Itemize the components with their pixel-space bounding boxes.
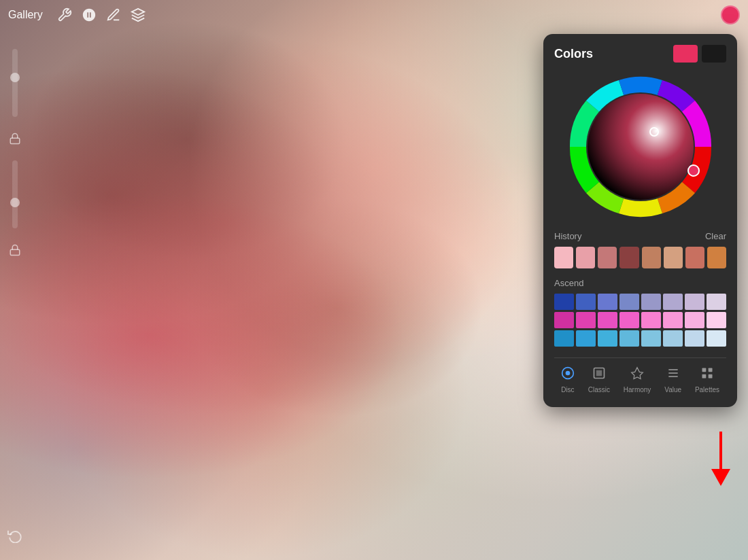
red-arrow-annotation (707, 432, 734, 492)
classic-tab-icon (592, 366, 606, 383)
history-swatch-6[interactable] (664, 247, 683, 268)
color-wheel[interactable] (566, 72, 715, 222)
history-swatch-5[interactable] (642, 247, 661, 268)
toolbar-tools (54, 4, 149, 26)
color-tabs: Disc Classic Harmony (554, 357, 726, 396)
history-swatch-1[interactable] (554, 247, 573, 268)
tab-disc[interactable]: Disc (556, 364, 580, 396)
adjust-icon[interactable] (78, 4, 100, 26)
palette-swatch[interactable] (707, 312, 726, 328)
palette-swatch[interactable] (598, 330, 617, 347)
toolbar-right (721, 5, 740, 24)
harmony-tab-icon (630, 366, 644, 383)
brush-size-slider[interactable] (12, 160, 18, 228)
gallery-label: Gallery (8, 9, 43, 21)
palette-swatch[interactable] (641, 294, 661, 310)
disc-tab-icon (561, 366, 575, 383)
palette-swatch[interactable] (598, 294, 617, 310)
primary-swatch[interactable] (673, 45, 698, 63)
layers-icon[interactable] (127, 4, 149, 26)
gallery-button[interactable]: Gallery (8, 9, 43, 21)
svg-point-9 (566, 371, 571, 376)
palette-swatch[interactable] (619, 330, 639, 347)
tab-classic[interactable]: Classic (583, 364, 615, 396)
palette-swatch[interactable] (619, 312, 639, 328)
svg-rect-1 (10, 138, 20, 143)
history-header: History Clear (554, 231, 726, 241)
color-swatches-header (673, 45, 726, 63)
history-swatch-2[interactable] (576, 247, 595, 268)
history-swatch-7[interactable] (685, 247, 704, 268)
palette-swatch[interactable] (641, 330, 661, 347)
size-lock-icon[interactable] (4, 239, 26, 261)
palette-swatch[interactable] (663, 330, 683, 347)
palette-swatch[interactable] (685, 294, 704, 310)
value-tab-label: Value (664, 386, 681, 393)
palette-swatch[interactable] (685, 330, 704, 347)
smudge-icon[interactable] (103, 4, 124, 26)
palette-swatch[interactable] (554, 312, 574, 328)
palette-swatch[interactable] (641, 312, 661, 328)
harmony-tab-label: Harmony (624, 386, 651, 393)
active-color-button[interactable] (721, 5, 740, 24)
palette-swatch[interactable] (663, 312, 683, 328)
history-title: History (554, 231, 581, 241)
tab-value[interactable]: Value (659, 364, 687, 396)
history-swatches (554, 247, 726, 268)
palette-swatch[interactable] (619, 294, 639, 310)
clear-button[interactable]: Clear (705, 231, 726, 241)
svg-rect-11 (596, 370, 602, 376)
svg-marker-20 (711, 469, 730, 486)
color-wheel-container (554, 72, 726, 222)
history-swatch-8[interactable] (707, 247, 726, 268)
palette-grid (554, 294, 726, 347)
svg-rect-2 (10, 249, 20, 255)
left-sidebar (0, 30, 30, 560)
svg-rect-15 (702, 368, 706, 372)
history-swatch-4[interactable] (619, 247, 639, 268)
palette-title: Ascend (554, 278, 726, 288)
tab-palettes[interactable]: Palettes (690, 364, 725, 396)
svg-rect-18 (709, 374, 713, 379)
palette-swatch[interactable] (707, 294, 726, 310)
top-toolbar: Gallery (0, 0, 748, 30)
palette-swatch[interactable] (554, 294, 574, 310)
colors-title: Colors (554, 47, 593, 61)
opacity-lock-icon[interactable] (4, 128, 26, 150)
colors-header: Colors (554, 45, 726, 63)
tab-harmony[interactable]: Harmony (618, 364, 657, 396)
wrench-icon[interactable] (54, 4, 75, 26)
svg-rect-16 (709, 368, 713, 372)
svg-rect-17 (702, 374, 706, 379)
history-swatch-3[interactable] (598, 247, 617, 268)
palette-swatch[interactable] (576, 312, 596, 328)
palette-swatch[interactable] (598, 312, 617, 328)
palette-swatch[interactable] (576, 294, 596, 310)
palettes-tab-icon (700, 366, 714, 383)
svg-point-5 (588, 94, 694, 200)
palette-swatch[interactable] (707, 330, 726, 347)
classic-tab-label: Classic (588, 386, 610, 393)
palette-swatch[interactable] (554, 330, 574, 347)
undo-button[interactable] (4, 525, 26, 546)
opacity-slider[interactable] (12, 49, 18, 117)
palette-swatch[interactable] (663, 294, 683, 310)
disc-tab-label: Disc (561, 386, 574, 393)
palettes-tab-label: Palettes (695, 386, 719, 393)
palette-swatch[interactable] (576, 330, 596, 347)
palette-swatch[interactable] (685, 312, 704, 328)
svg-marker-0 (132, 9, 144, 15)
secondary-swatch[interactable] (702, 45, 726, 63)
colors-panel: Colors (543, 34, 737, 407)
svg-point-6 (688, 165, 699, 176)
value-tab-icon (666, 366, 680, 383)
